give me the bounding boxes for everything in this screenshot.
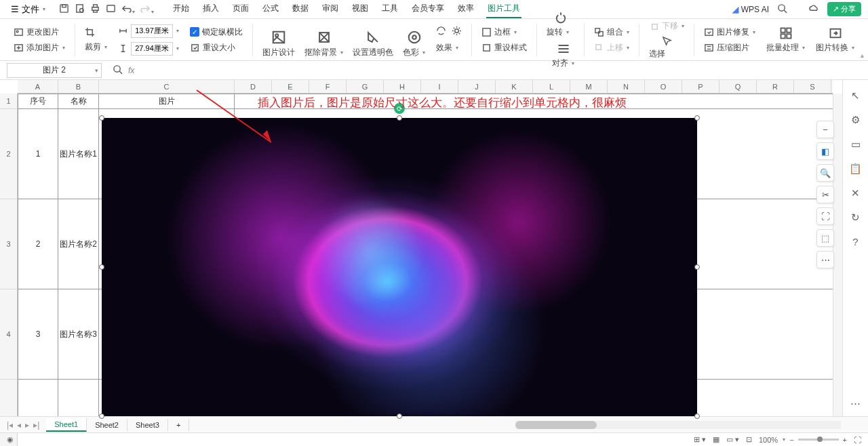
col-header-R[interactable]: R: [757, 80, 794, 93]
cell[interactable]: 3: [18, 289, 58, 379]
resize-handle-sw[interactable]: [99, 413, 104, 419]
sheet-add-button[interactable]: +: [168, 419, 189, 431]
horizontal-scrollbar[interactable]: [515, 421, 841, 429]
print-preview-icon[interactable]: [75, 3, 85, 16]
float-fit-icon[interactable]: ⛶: [816, 207, 834, 225]
side-clipboard-icon[interactable]: 📋: [849, 163, 862, 175]
preview-icon[interactable]: [106, 3, 116, 16]
select-button[interactable]: 选择: [649, 48, 684, 60]
tab-view[interactable]: 视图: [351, 0, 370, 18]
row-header-1[interactable]: 1: [0, 94, 17, 109]
side-more-icon[interactable]: ⋯: [850, 397, 861, 409]
crop-button[interactable]: [85, 27, 107, 37]
sheet-tab-2[interactable]: Sheet2: [87, 419, 127, 431]
cell[interactable]: 图片名称2: [58, 199, 99, 289]
align-button[interactable]: 对齐▾: [552, 58, 574, 69]
float-chart-icon[interactable]: ◧: [816, 142, 834, 160]
cell[interactable]: 1: [18, 109, 58, 199]
row-header-4[interactable]: 4: [0, 289, 17, 380]
file-menu-button[interactable]: ☰ 文件 ▾: [7, 2, 50, 17]
tab-start[interactable]: 开始: [172, 0, 191, 18]
cell[interactable]: 图片名称3: [58, 289, 99, 379]
crop-label[interactable]: 裁剪▾: [85, 41, 107, 53]
col-header-P[interactable]: P: [682, 80, 719, 93]
col-header-S[interactable]: S: [794, 80, 831, 93]
float-minus-icon[interactable]: −: [816, 121, 834, 138]
col-header-F[interactable]: F: [309, 80, 347, 93]
tab-member[interactable]: 会员专享: [410, 0, 446, 18]
resize-handle-nw[interactable]: [99, 115, 104, 121]
side-help-icon[interactable]: ?: [852, 236, 858, 247]
row-header-3[interactable]: 3: [0, 199, 17, 289]
record-macro-icon[interactable]: ◉: [7, 435, 14, 444]
side-backup-icon[interactable]: ↻: [851, 211, 860, 224]
view-reading-icon[interactable]: ▭ ▾: [726, 435, 739, 444]
tab-efficiency[interactable]: 效率: [456, 0, 475, 18]
resize-handle-n[interactable]: [397, 115, 402, 121]
view-fullscreen-icon[interactable]: ⊡: [746, 435, 752, 444]
width-input[interactable]: [131, 24, 173, 38]
tab-formula[interactable]: 公式: [261, 0, 280, 18]
rotate-button[interactable]: 旋转▾: [547, 26, 574, 38]
cell[interactable]: 2: [18, 199, 58, 289]
side-form-icon[interactable]: ▭: [851, 138, 861, 150]
resize-handle-e[interactable]: [694, 264, 700, 270]
col-header-A[interactable]: A: [18, 80, 58, 93]
col-header-G[interactable]: G: [347, 80, 384, 93]
col-header-Q[interactable]: Q: [719, 80, 757, 93]
move-up-button[interactable]: 上移▾: [594, 42, 629, 54]
float-extract-icon[interactable]: ⬚: [816, 229, 834, 247]
float-zoom-icon[interactable]: 🔍: [816, 164, 834, 182]
cell[interactable]: [18, 380, 58, 420]
group-button[interactable]: 组合▾: [594, 26, 629, 38]
tab-tools[interactable]: 工具: [380, 0, 399, 18]
zoom-out-icon[interactable]: −: [789, 436, 793, 444]
sheet-nav-prev-icon[interactable]: ◂: [17, 420, 21, 430]
search-in-fx-icon[interactable]: [113, 64, 123, 77]
column-headers[interactable]: ABCDEFGHIJKLMNOPQRS: [18, 80, 833, 94]
zoom-control[interactable]: 100%▾ − +: [759, 436, 847, 444]
wps-ai-button[interactable]: ◢WPS AI: [732, 5, 769, 14]
side-settings-icon[interactable]: ⚙: [851, 114, 860, 126]
tab-picture-tools[interactable]: 图片工具: [486, 0, 521, 18]
cell[interactable]: 序号: [18, 94, 58, 108]
col-header-I[interactable]: I: [421, 80, 458, 93]
sheet-tab-1[interactable]: Sheet1: [46, 418, 87, 432]
border-button[interactable]: 边框▾: [481, 26, 527, 38]
save-icon[interactable]: [59, 3, 69, 16]
zoom-in-icon[interactable]: +: [843, 436, 847, 444]
color-button[interactable]: 色彩▾: [403, 47, 425, 58]
undo-icon[interactable]: ▾: [121, 3, 135, 16]
fullscreen-toggle-icon[interactable]: ⛶: [854, 436, 861, 444]
resize-handle-se[interactable]: [694, 413, 700, 419]
height-input[interactable]: [131, 42, 173, 56]
view-normal-icon[interactable]: ⊞ ▾: [694, 435, 706, 444]
name-box[interactable]: 图片 2▾: [7, 63, 102, 78]
float-crop-icon[interactable]: ✂: [816, 186, 834, 203]
lock-ratio-checkbox[interactable]: ✓锁定纵横比: [190, 26, 243, 38]
set-transparent-button[interactable]: 设置透明色: [353, 47, 393, 58]
cell[interactable]: 图片: [99, 94, 235, 108]
formula-input[interactable]: [140, 65, 868, 75]
sheet-nav-next-icon[interactable]: ▸: [25, 420, 29, 430]
col-header-H[interactable]: H: [384, 80, 421, 93]
fx-label[interactable]: fx: [128, 66, 134, 75]
cell[interactable]: 图片名称1: [58, 109, 99, 199]
side-tools-icon[interactable]: ✕: [851, 187, 860, 199]
compress-button[interactable]: 压缩图片: [704, 42, 755, 54]
share-button[interactable]: ↗ 分享: [827, 2, 861, 16]
move-down-button[interactable]: 下移▾: [649, 20, 684, 32]
cell[interactable]: 名称: [58, 94, 99, 108]
reset-size-button[interactable]: 重设大小: [190, 42, 243, 54]
picture-repair-button[interactable]: 图片修复▾: [704, 26, 755, 38]
col-header-N[interactable]: N: [608, 80, 645, 93]
row-header-2[interactable]: 2: [0, 109, 17, 199]
reset-style-button[interactable]: 重设样式: [481, 42, 527, 54]
col-header-D[interactable]: D: [235, 80, 272, 93]
tab-review[interactable]: 审阅: [321, 0, 340, 18]
effect-button[interactable]: 效果▾: [436, 42, 462, 54]
sheet-tab-3[interactable]: Sheet3: [127, 419, 168, 431]
brightness-icon[interactable]: [436, 26, 446, 38]
tab-insert[interactable]: 插入: [201, 0, 220, 18]
side-select-icon[interactable]: ↖: [851, 89, 860, 102]
